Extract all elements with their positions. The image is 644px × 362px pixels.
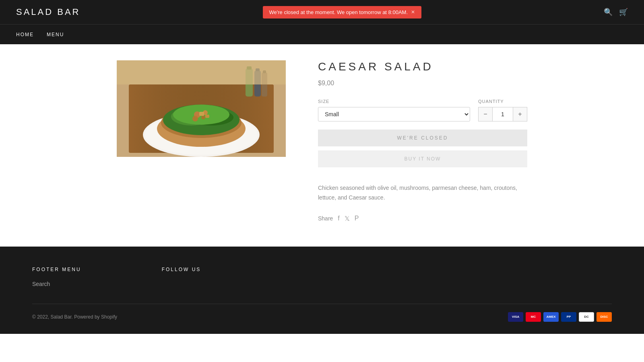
notice-text: We're closed at the moment. We open tomo… [269,9,408,15]
footer-menu-title: FOOTER MENU [32,267,81,272]
size-label: SIZE [318,99,470,104]
svg-rect-23 [117,60,286,84]
svg-point-13 [201,115,205,119]
share-section: Share f 𝕏 P [318,215,527,222]
footer-search-link[interactable]: Search [32,281,50,287]
footer-bottom: © 2022, Salad Bar. Powered by Shopify VI… [32,304,612,322]
search-icon[interactable]: 🔍 [604,8,613,16]
mastercard-icon: MC [526,312,541,322]
size-option-group: SIZE Small Medium Large [318,99,470,121]
amex-icon: AMEX [543,312,559,322]
pinterest-share-icon[interactable]: P [355,215,359,222]
quantity-option-group: QUANTITY − 1 + [478,99,527,121]
footer: FOOTER MENU Search FOLLOW US © 2022, Sal… [0,247,644,334]
svg-rect-15 [199,112,204,116]
cart-icon[interactable]: 🛒 [619,8,628,16]
payment-icons: VISA MC AMEX PP DC DISC [508,312,612,322]
store-notice-banner: We're closed at the moment. We open tomo… [263,6,422,19]
visa-icon: VISA [508,312,523,322]
header-icons: 🔍 🛒 [604,8,628,16]
twitter-share-icon[interactable]: 𝕏 [345,215,350,222]
quantity-label: QUANTITY [478,99,527,104]
product-details: CAESAR SALAD $9,00 SIZE Small Medium Lar… [318,60,527,222]
discover-icon: DISC [597,312,612,322]
header: SALAD BAR We're closed at the moment. We… [0,0,644,24]
product-image [117,60,286,157]
nav-menu[interactable]: MENU [47,32,64,37]
size-select[interactable]: Small Medium Large [318,107,470,121]
diners-icon: DC [579,312,594,322]
footer-top: FOOTER MENU Search FOLLOW US [32,267,612,288]
product-page: CAESAR SALAD $9,00 SIZE Small Medium Lar… [101,60,543,222]
product-image-container [117,60,286,222]
quantity-value: 1 [493,107,513,121]
svg-rect-16 [205,115,209,118]
share-label: Share [318,215,333,222]
quantity-controls: − 1 + [478,107,527,121]
product-options: SIZE Small Medium Large QUANTITY − 1 + [318,99,527,121]
product-image-svg [117,60,286,157]
quantity-decrease-button[interactable]: − [478,107,493,121]
main-navigation: HOME MENU [0,24,644,44]
buy-now-button[interactable]: BUY IT NOW [318,150,527,167]
copyright-text: © 2022, Salad Bar. Powered by Shopify [32,314,117,320]
footer-follow-title: FOLLOW US [162,267,201,272]
facebook-share-icon[interactable]: f [338,215,339,222]
nav-home[interactable]: HOME [16,32,34,37]
footer-follow-section: FOLLOW US [162,267,201,288]
footer-menu-section: FOOTER MENU Search [32,267,81,288]
quantity-increase-button[interactable]: + [513,107,527,121]
notice-close-button[interactable]: ✕ [411,9,415,15]
product-price: $9,00 [318,80,527,87]
svg-point-14 [192,116,198,121]
site-logo: SALAD BAR [16,7,80,17]
paypal-icon: PP [561,312,576,322]
product-description: Chicken seasoned with olive oil, mushroo… [318,183,527,203]
product-title: CAESAR SALAD [318,60,527,73]
add-to-cart-button[interactable]: WE'RE CLOSED [318,130,527,146]
